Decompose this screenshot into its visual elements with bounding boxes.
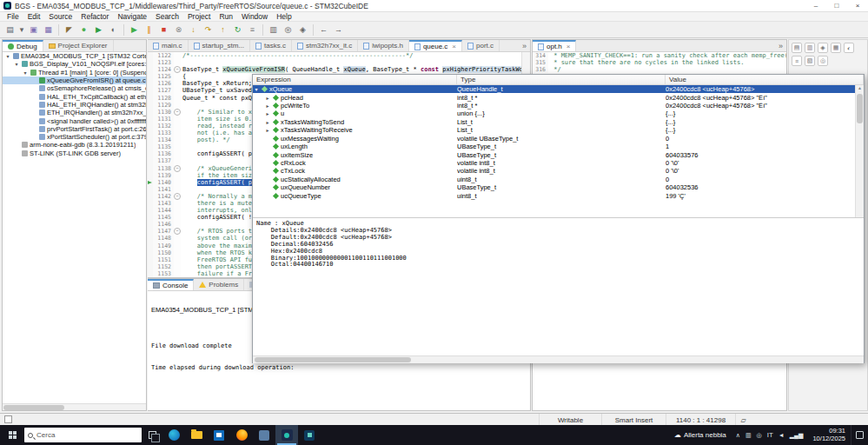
popup-vscrollbar[interactable]: ▲ xyxy=(855,85,864,217)
expander-icon[interactable]: ▸ xyxy=(264,95,271,101)
tree-item-thread[interactable]: ▾Thread #1 [main] 1 [core: 0] (Suspended… xyxy=(3,69,146,76)
tree-item-stlink[interactable]: ST-LINK (ST-LINK GDB server) xyxy=(3,149,146,157)
stack-frame[interactable]: osSemaphoreRelease() at cmsis_os2.c:1321… xyxy=(3,84,146,92)
menu-navigate[interactable]: Navigate xyxy=(113,12,151,21)
menu-run[interactable]: Run xyxy=(215,12,237,21)
tab-stm32h7xx-it-c[interactable]: stm32h7xx_it.c xyxy=(292,40,358,51)
tab-port-c[interactable]: port.c xyxy=(462,40,500,51)
back-icon[interactable]: ← xyxy=(317,23,330,37)
menu-edit[interactable]: Edit xyxy=(23,12,45,21)
taskbar-app-pinned[interactable] xyxy=(253,425,275,445)
window-close-button[interactable]: × xyxy=(847,0,868,11)
expander-icon[interactable]: ▸ xyxy=(264,110,271,116)
expression-row[interactable]: ▸pcWriteToint8_t *0x2400cdc8 <ucHeap+457… xyxy=(253,102,864,110)
taskbar-app-firefox[interactable] xyxy=(230,425,253,445)
column-expression[interactable]: Expression xyxy=(253,75,457,84)
expression-row[interactable]: ▸pcHeadint8_t *0x2400cdc8 <ucHeap+45768>… xyxy=(253,93,864,101)
tree-item-binary[interactable]: ▾BGS_Display_V101_NOQSPI.elf [cores: 0] xyxy=(3,60,146,68)
stack-frame[interactable]: xPortStartScheduler() at port.c:379 0x80… xyxy=(3,133,146,141)
menu-window[interactable]: Window xyxy=(237,12,272,21)
tab-lwipopts-h[interactable]: lwipopts.h xyxy=(358,40,409,51)
menu-refactor[interactable]: Refactor xyxy=(76,12,113,21)
expression-row[interactable]: ▸xTasksWaitingToSendList_t{...} xyxy=(253,118,864,126)
step-into-icon[interactable]: ↓ xyxy=(187,23,200,37)
search-icon[interactable]: ◎ xyxy=(282,23,295,37)
column-type[interactable]: Type xyxy=(457,75,666,84)
window-maximize-button[interactable]: □ xyxy=(826,0,847,11)
scrollbar-thumb[interactable] xyxy=(857,94,863,123)
taskbar-weather[interactable]: ☁Allerta nebbia xyxy=(669,431,732,439)
tab-overflow-chevron[interactable]: » xyxy=(519,40,530,51)
minimized-view-icon[interactable]: ▥ xyxy=(805,43,815,53)
expander-icon[interactable]: ▸ xyxy=(264,103,271,109)
resume-icon[interactable]: ▶ xyxy=(128,23,141,37)
taskbar-app-store[interactable] xyxy=(208,425,230,445)
minimized-view-icon[interactable]: ≡ xyxy=(792,56,802,66)
expander-icon[interactable]: ▾ xyxy=(13,61,20,67)
task-view-button[interactable] xyxy=(142,425,162,445)
save-all-icon[interactable]: ▦ xyxy=(42,23,55,37)
stack-frame[interactable]: HAL_ETH_IRQHandler() at stm32h7xx_hal_et… xyxy=(3,101,146,109)
taskbar-app-stm32-tool[interactable] xyxy=(298,425,321,445)
language-indicator[interactable]: IT xyxy=(767,431,773,439)
stack-frame-selected[interactable]: xQueueGiveFromISR() at queue.c:1.140 0x8… xyxy=(3,76,146,84)
expression-row[interactable]: ucStaticallyAllocateduint8_t0 xyxy=(253,176,864,183)
expander-icon[interactable]: ▾ xyxy=(4,53,11,59)
memory-icon[interactable]: ▥ xyxy=(267,23,280,37)
step-return-icon[interactable]: ↑ xyxy=(216,23,229,37)
minimized-view-icon[interactable]: ▤ xyxy=(792,43,802,53)
tab-tasks-c[interactable]: tasks.c xyxy=(250,40,292,51)
network-icon[interactable]: ▂▄▆ xyxy=(790,432,804,439)
terminate-icon[interactable]: ■ xyxy=(157,23,170,37)
expression-detail-pane[interactable]: Name : xQueue Details:0x2400cdc8 <ucHeap… xyxy=(253,217,864,355)
expression-row[interactable]: uxItemSizeUBaseType_t604033576 xyxy=(253,150,864,158)
taskbar-app-file-explorer[interactable] xyxy=(185,425,208,445)
debug-view-hscrollbar[interactable] xyxy=(3,403,146,410)
step-over-icon[interactable]: ↷ xyxy=(202,23,215,37)
tree-item-project[interactable]: ▾EMA0354_MODBUS_TCP_1 [STM32 Cortex-M C/… xyxy=(3,52,146,60)
expression-row[interactable]: cRxLockvolatile int8_t0 '\0' xyxy=(253,159,864,167)
tree-item-gdb[interactable]: arm-none-eabi-gdb (8.3.1.20191211) xyxy=(3,141,146,149)
expression-row[interactable]: uxMessagesWaitingvolatile UBaseType_t0 xyxy=(253,135,864,143)
tab-project-explorer[interactable]: Project Explorer xyxy=(43,40,114,51)
expander-icon[interactable]: ▸ xyxy=(264,127,271,133)
expression-row[interactable]: ucQueueTypeuint8_t199 'Ç' xyxy=(253,191,864,199)
status-edit-icon[interactable]: ▱ xyxy=(735,414,751,426)
expression-row[interactable]: cTxLockvolatile int8_t0 '\0' xyxy=(253,167,864,175)
expression-row-xqueue[interactable]: ▾xQueueQueueHandle_t0x2400cdc8 <ucHeap+4… xyxy=(253,85,864,93)
disconnect-icon[interactable]: ⊗ xyxy=(172,23,185,37)
tab-problems[interactable]: Problems xyxy=(194,279,244,290)
menu-file[interactable]: File xyxy=(3,12,23,21)
tray-icon[interactable]: ◎ xyxy=(757,432,762,439)
start-button[interactable] xyxy=(0,425,24,445)
tab-close-icon[interactable]: × xyxy=(567,43,571,50)
run-icon[interactable]: ▶ xyxy=(92,23,105,37)
hidden-icons-chevron[interactable]: ∧ xyxy=(736,432,740,439)
menu-help[interactable]: Help xyxy=(272,12,295,21)
stack-frame[interactable]: HAL_ETH_TxCpltCallback() at ethernetif.c… xyxy=(3,92,146,100)
expander-icon[interactable]: ▾ xyxy=(22,70,29,76)
build-icon[interactable]: ◤ xyxy=(63,23,76,37)
column-value[interactable]: Value xyxy=(666,75,864,84)
annotation-icon[interactable]: ◈ xyxy=(296,23,309,37)
taskbar-app-stm32cubeide[interactable] xyxy=(275,425,298,445)
minimized-view-icon[interactable]: ◈ xyxy=(818,43,828,53)
tab-main-c[interactable]: main.c xyxy=(148,40,189,51)
expander-icon[interactable]: ▸ xyxy=(264,119,271,125)
instruction-step-icon[interactable]: ≡ xyxy=(246,23,259,37)
taskbar-clock[interactable]: 09:3110/12/2025 xyxy=(807,428,851,442)
forward-icon[interactable]: → xyxy=(332,23,345,37)
new-dropdown-icon[interactable]: ▾ xyxy=(18,23,25,37)
minimized-view-icon[interactable]: ▦ xyxy=(831,43,841,53)
tab-startup[interactable]: startup_stm... xyxy=(189,40,250,51)
scrollbar-thumb[interactable] xyxy=(255,357,411,362)
popup-hscrollbar[interactable] xyxy=(253,355,864,363)
debug-icon[interactable]: ● xyxy=(77,23,90,37)
expression-row[interactable]: uxLengthUBaseType_t1 xyxy=(253,143,864,150)
tray-icon[interactable]: ▥ xyxy=(745,432,752,439)
volume-icon[interactable]: ◄ xyxy=(779,432,785,438)
minimized-view-icon[interactable]: ▧ xyxy=(805,56,815,66)
menu-project[interactable]: Project xyxy=(183,12,215,21)
tab-overflow-chevron[interactable]: » xyxy=(775,40,786,51)
taskbar-app-edge[interactable] xyxy=(162,425,185,445)
